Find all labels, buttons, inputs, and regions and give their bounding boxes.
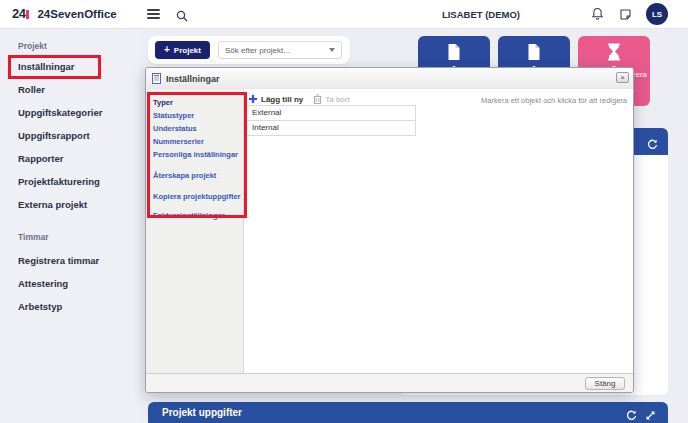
modal-title-bar[interactable]: Inställningar × xyxy=(146,68,633,90)
sidebar-item-rapporter[interactable]: Rapporter xyxy=(18,153,63,164)
sidebar-section-timmar: Timmar xyxy=(18,232,49,242)
edit-hint-text: Markera ett objekt och klicka för att re… xyxy=(481,96,627,105)
sidebar-item-projektfakturering[interactable]: Projektfakturering xyxy=(18,176,100,187)
avatar-initials: LS xyxy=(652,10,662,19)
modal-nav-understatus[interactable]: Understatus xyxy=(146,122,243,135)
hourglass-icon xyxy=(606,43,622,65)
close-modal-button[interactable]: Stäng xyxy=(585,377,625,390)
sidebar-item-registrera-timmar[interactable]: Registrera timmar xyxy=(18,255,99,266)
add-plus-icon xyxy=(248,94,258,106)
list-item-internal[interactable]: Internal xyxy=(246,120,416,136)
list-item-external[interactable]: External xyxy=(246,105,416,121)
sidebar-item-uppgiftskategorier[interactable]: Uppgiftskategorier xyxy=(18,107,102,118)
avatar[interactable]: LS xyxy=(646,3,668,25)
notifications-bell-icon[interactable] xyxy=(591,7,604,25)
modal-nav-statustyper[interactable]: Statustyper xyxy=(146,109,243,122)
modal-nav: Typer Statustyper Understatus Nummerseri… xyxy=(146,89,244,374)
plus-icon: + xyxy=(164,45,170,55)
sidebar-item-attestering[interactable]: Attestering xyxy=(18,278,68,289)
remove-label: Ta bort xyxy=(325,95,349,104)
modal-nav-typer[interactable]: Typer xyxy=(146,96,243,109)
modal-title: Inställningar xyxy=(166,74,220,84)
settings-doc-icon xyxy=(152,70,161,88)
modal-footer: Stäng xyxy=(146,373,633,392)
card-label-fragment: rera xyxy=(633,70,647,79)
document-icon xyxy=(527,43,542,65)
project-search-placeholder: Sök efter projekt... xyxy=(225,46,290,55)
modal-nav-kopiera-projektuppgifter[interactable]: Kopiera projektuppgifter xyxy=(146,190,243,203)
project-search-select[interactable]: Sök efter projekt... xyxy=(218,41,342,59)
sidebar-section-projekt: Projekt xyxy=(18,41,47,51)
new-project-button[interactable]: + Projekt xyxy=(155,41,210,59)
modal-nav-personliga-installningar[interactable]: Personliga inställningar xyxy=(146,148,243,161)
notes-icon[interactable] xyxy=(619,7,632,25)
type-list: External Internal xyxy=(246,106,416,136)
trash-icon xyxy=(313,94,322,106)
modal-nav-nummerserier[interactable]: Nummerserier xyxy=(146,135,243,148)
modal-nav-fakturainstallningar[interactable]: Fakturainställningar xyxy=(146,209,243,222)
project-tasks-title: Projekt uppgifter xyxy=(162,407,242,418)
settings-modal: Inställningar × Typer Statustyper Unders… xyxy=(145,67,634,393)
add-new-label: Lägg till ny xyxy=(261,95,303,104)
modal-nav-aterskapa-projekt[interactable]: Återskapa projekt xyxy=(146,169,243,182)
project-tasks-bar[interactable]: Projekt uppgifter xyxy=(148,402,668,423)
app-window: 24 24SevenOffice LISABET (DEMO) LS Proje… xyxy=(0,0,688,423)
sidebar-item-roller[interactable]: Roller xyxy=(18,84,45,95)
sidebar: Projekt Inställningar Roller Uppgiftskat… xyxy=(0,28,140,423)
sidebar-item-uppgiftsrapport[interactable]: Uppgiftsrapport xyxy=(18,130,90,141)
close-icon[interactable]: × xyxy=(616,72,629,83)
top-bar: 24 24SevenOffice LISABET (DEMO) LS xyxy=(0,0,688,29)
project-toolbar-card: + Projekt Sök efter projekt... xyxy=(148,36,350,64)
search-icon[interactable] xyxy=(176,8,188,26)
logo-wordmark: 24SevenOffice xyxy=(37,8,116,20)
logo-red-bar xyxy=(26,10,29,19)
logo-24-mark: 24 xyxy=(12,6,25,21)
refresh-icon[interactable] xyxy=(626,407,637,423)
sidebar-item-installningar[interactable]: Inställningar xyxy=(18,61,74,72)
modal-content: Lägg till ny Ta bort Markera ett objekt … xyxy=(244,89,633,374)
expand-icon[interactable] xyxy=(645,407,656,423)
sidebar-item-externa-projekt[interactable]: Externa projekt xyxy=(18,199,87,210)
document-icon xyxy=(447,43,462,65)
sidebar-item-arbetstyp[interactable]: Arbetstyp xyxy=(18,301,62,312)
refresh-icon[interactable] xyxy=(647,136,658,154)
app-logo[interactable]: 24 24SevenOffice xyxy=(12,6,117,21)
new-project-button-label: Projekt xyxy=(174,46,201,55)
menu-icon[interactable] xyxy=(147,9,160,19)
user-name-label[interactable]: LISABET (DEMO) xyxy=(442,9,520,20)
add-new-button[interactable]: Lägg till ny xyxy=(248,94,303,106)
chevron-down-icon xyxy=(329,48,335,52)
remove-button[interactable]: Ta bort xyxy=(313,94,349,106)
